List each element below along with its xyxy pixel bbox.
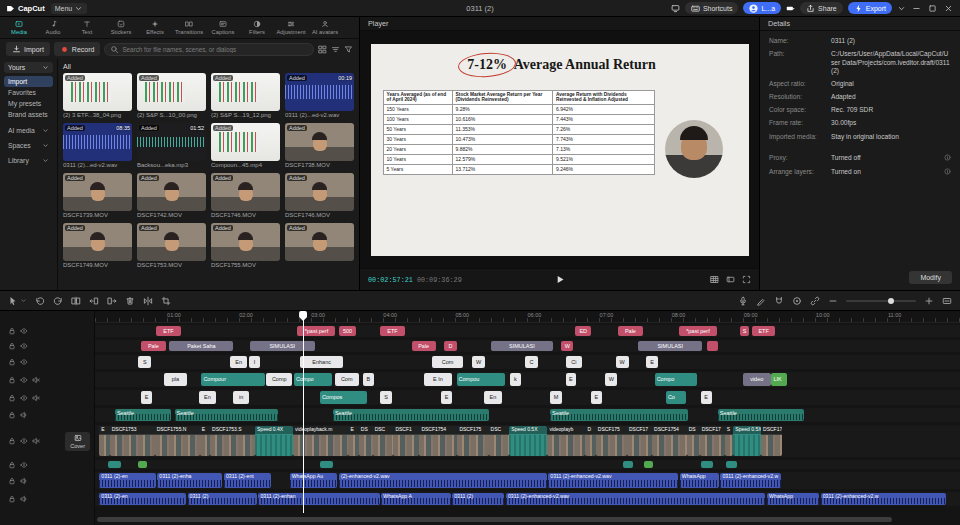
timeline-clip[interactable]: Speed 0.5X [733, 426, 761, 456]
timeline-clip[interactable]: I [249, 356, 260, 368]
media-item[interactable]: AddedDSCF1746.MOV [211, 173, 280, 219]
media-item[interactable]: Added [285, 223, 354, 269]
timeline-clip[interactable]: DSCF1754 [652, 426, 687, 456]
timeline-clip[interactable]: 0311 (2)-enha [157, 473, 222, 488]
record-button[interactable]: Record [54, 42, 101, 56]
timeline-clip[interactable]: E [646, 356, 658, 368]
mute-icon[interactable] [32, 394, 40, 402]
sidebar-item-brand-assets[interactable]: Brand assets [4, 109, 53, 120]
timeline-clip[interactable]: Com [335, 373, 359, 386]
info-icon[interactable] [944, 168, 951, 178]
tab-stickers[interactable]: Stickers [104, 20, 138, 35]
zoom-out-icon[interactable] [828, 296, 838, 306]
timeline-clip[interactable]: En [484, 391, 501, 404]
tab-captions[interactable]: Captions [206, 20, 240, 35]
voiceover-icon[interactable] [738, 296, 748, 306]
fullscreen-icon[interactable] [742, 275, 751, 284]
media-item[interactable]: AddedDSCF1742.MOV [137, 173, 206, 219]
eye-icon[interactable] [20, 376, 28, 384]
timeline-clip[interactable]: E [200, 426, 210, 456]
timeline-clip[interactable]: E [591, 391, 602, 404]
media-item[interactable]: Added01:52Backsou...eka.mp3 [137, 123, 206, 169]
timeline-clip[interactable]: Pale [141, 341, 166, 351]
timeline-clip[interactable]: 500 [339, 326, 356, 336]
lock-icon[interactable] [8, 461, 16, 469]
play-button[interactable] [554, 274, 565, 285]
mute-icon[interactable] [32, 437, 40, 445]
sidebar-section-spaces[interactable]: Spaces [4, 140, 53, 151]
snap-icon[interactable] [792, 296, 802, 306]
maximize-button[interactable] [927, 4, 938, 13]
eye-icon[interactable] [20, 461, 28, 469]
timeline-clip[interactable]: E [701, 391, 712, 404]
eye-icon[interactable] [20, 342, 28, 350]
timeline-clip[interactable]: Pale [618, 326, 642, 336]
mute-icon[interactable] [32, 376, 40, 384]
export-button[interactable]: Export [848, 2, 892, 14]
timeline-clip[interactable]: S [740, 326, 749, 336]
speaker-icon[interactable] [20, 477, 28, 485]
timeline-clip[interactable]: DSCF175 [457, 426, 488, 456]
timeline-clip[interactable]: 0311 (2)-enhanced-v2.wav [506, 493, 766, 505]
timeline-clip[interactable]: Speed 0.4X [255, 426, 293, 456]
delete-icon[interactable] [125, 296, 135, 306]
timeline-clip[interactable]: in [233, 391, 249, 404]
marker-icon[interactable] [756, 296, 766, 306]
timeline-clip[interactable]: Compo [294, 373, 332, 386]
menu-button[interactable]: Menu [51, 3, 88, 14]
timeline-clip[interactable]: Compour [201, 373, 264, 386]
timeline-clip[interactable]: Enhanc [300, 356, 343, 368]
timeline-clip[interactable]: SIMULASI [491, 341, 552, 351]
lock-icon[interactable] [8, 477, 16, 485]
timeline-clip[interactable]: 0311 (2)-enhan [258, 493, 379, 505]
timeline-clip[interactable]: D [585, 426, 595, 456]
timeline-clip[interactable]: 0311 (2)-en [99, 493, 186, 505]
user-badge[interactable]: L...a [743, 2, 781, 14]
timeline-clip[interactable]: W [616, 356, 629, 368]
timeline-clip[interactable]: WhatsApp [767, 493, 819, 505]
eye-icon[interactable] [20, 394, 28, 402]
timeline-clip[interactable]: *past perf [679, 326, 717, 336]
timeline-clip[interactable] [701, 461, 714, 468]
timeline-clip[interactable]: E In [424, 373, 453, 386]
sidebar-item-import[interactable]: Import [4, 76, 53, 87]
media-item[interactable]: Added00:190311 (2)...ed-v2.wav [285, 73, 354, 119]
close-button[interactable] [943, 4, 954, 13]
timeline-clip[interactable]: DSCF17.MO [761, 426, 782, 456]
sidebar-section-ai-media[interactable]: AI media [4, 125, 53, 136]
timeline-clip[interactable]: WhatsApp [680, 473, 719, 488]
lock-icon[interactable] [8, 376, 16, 384]
export-options-chevron[interactable] [897, 4, 906, 13]
trim-right-icon[interactable] [107, 296, 117, 306]
share-button[interactable]: Share [800, 2, 843, 14]
redo-icon[interactable] [53, 296, 63, 306]
timeline-clip[interactable]: E [141, 391, 152, 404]
timeline-clip[interactable]: Ci [566, 356, 582, 368]
timeline-clip[interactable]: S [725, 426, 734, 456]
timeline-clip[interactable]: DSCF1 [393, 426, 419, 456]
search-input[interactable] [122, 46, 308, 53]
timeline-clip[interactable]: Seattle [175, 409, 279, 421]
timeline-clip[interactable] [707, 341, 717, 351]
timeline-clip[interactable]: LIK [771, 373, 787, 386]
minimize-button[interactable] [911, 4, 922, 13]
tab-ai-avatars[interactable]: AI avatars [308, 20, 342, 35]
zoom-slider[interactable] [846, 300, 916, 302]
timeline-clip[interactable]: W [472, 356, 485, 368]
info-icon[interactable] [944, 154, 951, 164]
crop-icon[interactable] [161, 296, 171, 306]
timeline-clip[interactable]: k [510, 373, 520, 386]
timeline-clip[interactable]: DSCF1753.S [210, 426, 255, 456]
ratio-icon[interactable] [726, 275, 735, 284]
timeline-clip[interactable]: 0311 (2)-enhanced-v2.w [720, 473, 781, 488]
zoom-in-icon[interactable] [924, 296, 934, 306]
lock-icon[interactable] [8, 495, 16, 503]
lock-icon[interactable] [8, 437, 16, 445]
cover-button[interactable]: Cover [65, 432, 90, 451]
timeline-clip[interactable]: S [138, 356, 151, 368]
tab-adjustment[interactable]: Adjustment [274, 20, 308, 35]
timeline-clip[interactable]: DSCF1754 [419, 426, 457, 456]
media-item[interactable]: AddedDSCF1755.MOV [211, 223, 280, 269]
timeline-clip[interactable]: DSCF1753 [110, 426, 155, 456]
timeline-clip[interactable]: D [444, 341, 456, 351]
